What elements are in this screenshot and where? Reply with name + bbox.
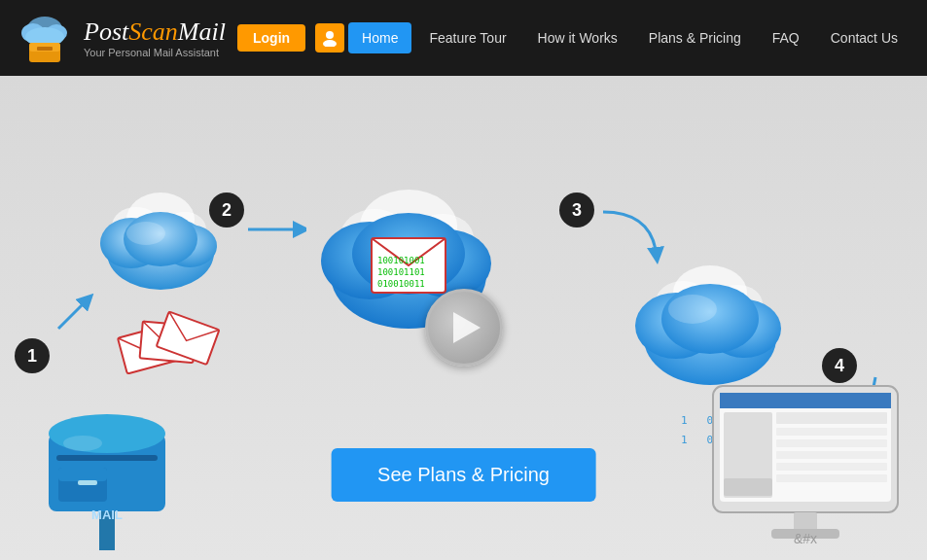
svg-rect-57 [776,451,887,459]
nav-feature-tour[interactable]: Feature Tour [415,22,519,53]
svg-point-8 [323,40,337,47]
svg-point-40 [668,295,717,324]
svg-text:MAIL: MAIL [91,508,123,522]
mailbox-icon: MAIL [29,375,185,550]
play-button[interactable] [425,289,503,367]
svg-rect-56 [776,439,887,447]
logo-subtitle: Your Personal Mail Assistant [84,47,226,58]
svg-rect-45 [58,468,107,481]
svg-text:100101001: 100101001 [377,256,425,265]
step-2-badge: 2 [209,192,244,228]
svg-text:010010011: 010010011 [377,279,425,289]
svg-text:&#x: &#x [794,531,817,546]
svg-text:100101101: 100101101 [377,267,425,277]
step-3-badge: 3 [559,192,594,228]
header: PostScanMail Your Personal Mail Assistan… [0,0,927,76]
envelopes-icon [117,299,224,387]
nav-how-it-works[interactable]: How it Works [524,22,631,53]
svg-rect-55 [776,428,887,436]
imac-icon: &#x [708,381,903,551]
nav-home[interactable]: Home [348,22,411,53]
logo-area: PostScanMail Your Personal Mail Assistan… [16,12,226,65]
nav-plans-pricing[interactable]: Plans & Pricing [635,22,755,53]
step-4-badge: 4 [822,348,857,383]
user-avatar-icon [321,29,339,47]
logo-text: PostScanMail Your Personal Mail Assistan… [84,18,226,58]
see-plans-pricing-button[interactable]: See Plans & Pricing [331,448,596,502]
arrow-2-icon [248,210,306,249]
svg-point-49 [63,436,102,451]
user-icon[interactable] [315,23,344,52]
nav-contact-us[interactable]: Contact Us [817,22,911,53]
cloud-3-icon [623,256,798,392]
svg-point-17 [126,222,165,245]
svg-rect-6 [37,47,53,51]
svg-rect-59 [776,474,887,482]
svg-line-9 [58,299,88,329]
svg-rect-52 [720,393,891,408]
logo-icon [16,12,74,65]
main-nav: Login Home Feature Tour How it Works Pla… [237,22,911,53]
svg-rect-47 [56,455,158,461]
login-button[interactable]: Login [237,24,305,52]
nav-faq[interactable]: FAQ [759,22,813,53]
svg-rect-54 [776,412,887,424]
svg-rect-46 [78,480,97,485]
step-1-badge: 1 [15,338,50,373]
main-content: 1 [0,76,927,560]
play-triangle-icon [453,312,481,343]
svg-rect-58 [776,463,887,471]
monitor-area: &#x [708,381,903,555]
svg-rect-60 [724,478,772,496]
logo-title: PostScanMail [84,18,226,47]
svg-point-7 [326,31,334,39]
